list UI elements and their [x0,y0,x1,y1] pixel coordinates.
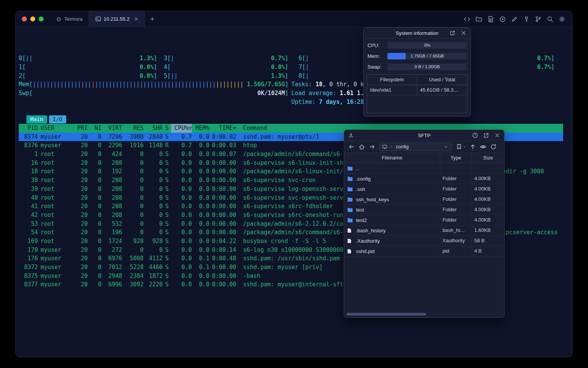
titlebar: Termora 10.211.55.2 ✕ + [16,11,572,27]
cell-time: 0:00.00 [209,176,236,185]
column-header-shr[interactable]: SHR [144,124,163,133]
sftp-panel: SFTP ? config Filename Type [344,130,505,318]
file-size: 4.00KB [472,215,504,225]
file-row[interactable]: .bash_history bash_hi… 1.60KB [344,225,504,236]
tab-host-10-211-55-2[interactable]: 10.211.55.2 ✕ [89,11,145,27]
memory-meter-line: Mem[||||||||||||||||||||||||||||||||||||… [19,80,288,89]
cell-s: S [163,202,171,211]
open-in-window-icon[interactable] [449,30,456,36]
cell-user: root [38,185,77,194]
column-header-cpu[interactable]: CPU%▽ [171,124,192,133]
cell-user: myuser [38,280,77,289]
cell-s: S [163,237,171,246]
show-hidden-files-icon[interactable] [480,143,487,150]
file-name: ssh_host_keys [356,197,389,202]
column-header-virt[interactable]: VIRT [101,124,122,133]
folder-icon[interactable] [475,16,482,23]
column-header-pid[interactable]: PID [19,124,38,133]
open-in-window-icon[interactable] [483,132,489,138]
column-filename[interactable]: Filename [344,153,440,163]
sftp-titlebar[interactable]: SFTP ? [344,130,504,141]
record-icon[interactable] [499,16,506,23]
help-icon[interactable]: ? [472,132,478,138]
file-row[interactable]: test2 Folder 4.00KB [344,215,504,225]
htop-tab-main[interactable]: Main [26,115,47,123]
tab-termora-home[interactable]: Termora [50,11,89,27]
chevron-down-icon[interactable] [443,144,449,150]
forward-icon[interactable] [369,143,376,150]
column-header-ni[interactable]: NI [88,124,101,133]
cell-res: 0 [122,220,144,228]
file-size: 4.00KB [472,205,504,215]
cell-time: 0:00.00 [209,280,236,289]
tab-close-icon[interactable]: ✕ [134,16,138,21]
cell-cpu: 0.0 [171,228,192,237]
cell-mem: 0.0 [192,150,209,159]
minimize-window-button[interactable] [30,16,35,21]
cell-res: 0 [122,185,144,194]
system-information-titlebar[interactable]: System information [364,28,470,39]
filesystem-row[interactable]: /dev/vda1 45.61GB / 58.3… [367,85,467,95]
back-icon[interactable] [348,143,355,150]
file-row[interactable]: sshd.pid pid 4 B [344,246,504,256]
branch-icon[interactable] [535,16,542,23]
cell-time: 0:00.00 [209,228,236,237]
file-row[interactable]: .Xauthority Xauthority 58 B [344,236,504,246]
settings-icon[interactable] [559,16,565,23]
cell-s: S [163,167,171,176]
column-header-s[interactable]: S [163,124,171,133]
file-name: test [356,207,364,213]
file-name: .ssh [356,186,365,192]
cell-s: S [163,246,171,255]
column-header-mem[interactable]: MEM% [192,124,209,133]
file-row[interactable]: .config Folder 4.00KB [344,174,504,184]
new-tab-button[interactable]: + [145,15,160,23]
cell-shr: 0 [144,167,163,176]
column-header-pri[interactable]: PRI [77,124,88,133]
transfers-icon[interactable] [348,132,354,138]
cell-user: root [38,167,77,176]
edit-icon[interactable] [511,16,518,23]
column-size[interactable]: Size [472,153,504,163]
close-window-button[interactable] [22,16,27,21]
cell-pri: 20 [77,167,88,176]
file-row[interactable]: test Folder 4.00KB [344,205,504,215]
search-icon[interactable] [547,16,554,23]
bookmark-icon[interactable] [455,143,466,150]
column-header-time[interactable]: TIME+ [209,124,236,133]
cell-ni: 0 [88,133,101,141]
cell-time: 0:00.00 [209,194,236,202]
key-icon[interactable] [523,16,530,23]
file-row[interactable]: .ssh Folder 4.00KB [344,184,504,194]
horizontal-scrollbar[interactable] [346,313,503,315]
cell-virt: 196 [101,228,122,237]
refresh-icon[interactable] [490,143,497,150]
file-name-cell: ssh_host_keys [344,194,440,204]
app-window: Termora 10.211.55.2 ✕ + 0[|| [15,11,573,357]
close-icon[interactable] [461,30,467,36]
path-segment-config[interactable]: config [396,144,441,150]
file-row[interactable]: ssh_host_keys Folder 4.00KB [344,194,504,205]
cell-mem: 0.0 [192,228,209,237]
column-type[interactable]: Type [440,153,472,163]
file-row[interactable]: .. [344,163,504,174]
column-header-user[interactable]: USER [38,124,77,133]
cell-pri: 20 [77,246,88,255]
home-icon[interactable] [358,143,365,150]
close-icon[interactable] [494,132,500,138]
zoom-window-button[interactable] [39,16,44,21]
column-header-res[interactable]: RES [122,124,144,133]
code-icon[interactable] [464,16,470,23]
cell-ni: 0 [88,150,101,159]
scrollbar-thumb[interactable] [346,313,426,315]
cell-pri: 20 [77,133,88,141]
cell-user: myuser [38,133,77,141]
cell-s: S [163,185,171,194]
parent-directory-icon[interactable] [469,143,476,150]
log-icon[interactable] [487,16,494,23]
cell-mem: 0.0 [192,159,209,168]
panel-title: System information [396,30,438,36]
path-breadcrumb[interactable]: config [379,143,452,151]
htop-tab-io[interactable]: I/O [49,115,66,123]
file-icon [347,248,353,254]
